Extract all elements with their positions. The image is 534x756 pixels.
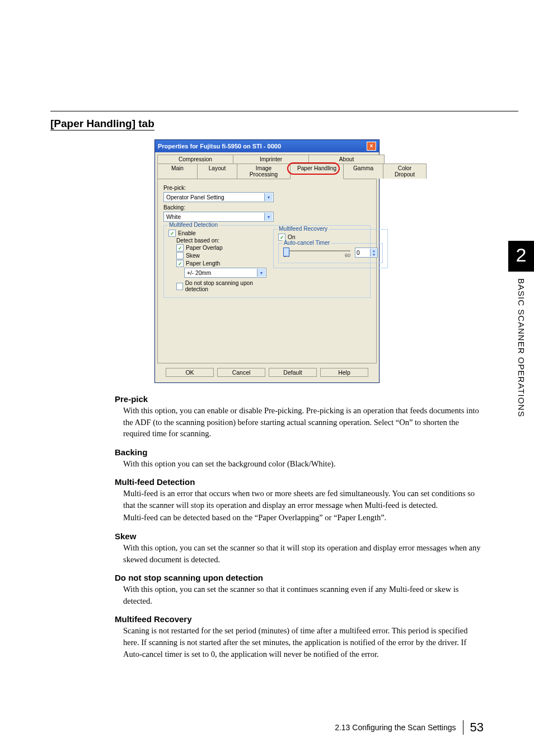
desc-skew-text: With this option, you can set the scanne…	[123, 542, 484, 565]
enable-checkbox-row[interactable]: ✓ Enable	[168, 230, 266, 237]
desc-backing-heading: Backing	[115, 447, 484, 457]
paper-overlap-checkbox[interactable]: ✓ Paper Overlap	[176, 244, 266, 251]
checkbox-checked-icon: ✓	[168, 230, 176, 237]
tab-paper-handling-label: Paper Handling	[297, 165, 336, 171]
page-number: 53	[470, 720, 484, 735]
donotstop-checkbox[interactable]: Do not stop scanning upon detection	[176, 280, 266, 292]
desc-backing: Backing With this option you can set the…	[123, 447, 484, 470]
ac-legend: Auto-cancel Timer	[282, 240, 331, 246]
section-title: [Paper Handling] tab	[50, 118, 154, 130]
chevron-down-icon: ▾	[264, 213, 273, 221]
backing-value: White	[166, 214, 181, 220]
backing-select[interactable]: White ▾	[163, 212, 274, 222]
paper-length-checkbox[interactable]: ✓ Paper Length	[176, 260, 266, 267]
side-tab: 2 BASIC SCANNER OPERATIONS	[508, 241, 534, 417]
slider-thumb-icon[interactable]	[283, 248, 289, 256]
autocancel-value[interactable]	[355, 250, 370, 256]
desc-prepick-text: With this option, you can enable or disa…	[123, 405, 484, 440]
checkbox-unchecked-icon	[176, 283, 183, 290]
tab-about[interactable]: About	[308, 155, 385, 164]
spin-down-icon[interactable]: ▼	[371, 253, 377, 256]
desc-multifeed-text2: Multi-feed can be detected based on the …	[123, 512, 484, 524]
prepick-select[interactable]: Operator Panel Setting ▾	[163, 192, 274, 202]
autocancel-slider[interactable]	[283, 250, 350, 251]
desc-donotstop-heading: Do not stop scanning upon detection	[115, 573, 484, 582]
spin-up-icon[interactable]: ▲	[371, 249, 377, 253]
prepick-label: Pre-pick:	[163, 185, 371, 191]
properties-dialog: Properties for Fujitsu fi-5950 on STI - …	[154, 139, 380, 383]
page-footer: 2.13 Configuring the Scan Settings 53	[50, 720, 484, 735]
desc-mfrecovery: Multifeed Recovery Scaning is not restar…	[123, 614, 484, 660]
tab-imprinter[interactable]: Imprinter	[233, 155, 309, 164]
chevron-down-icon: ▾	[264, 193, 273, 201]
chapter-label: BASIC SCANNER OPERATIONS	[517, 278, 526, 417]
dialog-title: Properties for Fujitsu fi-5950 on STI - …	[158, 143, 281, 150]
close-icon[interactable]: ×	[367, 142, 376, 151]
tab-color-dropout[interactable]: Color Dropout	[383, 164, 427, 179]
skew-checkbox[interactable]: Skew	[176, 252, 266, 259]
desc-skew-heading: Skew	[115, 531, 484, 541]
detect-based-on-label: Detect based on:	[176, 237, 266, 244]
help-button[interactable]: Help	[320, 368, 368, 377]
desc-prepick-heading: Pre-pick	[115, 394, 484, 404]
multifeed-detection-group: Multifeed Detection ✓ Enable Detect base…	[163, 225, 371, 298]
tab-layout[interactable]: Layout	[197, 164, 237, 179]
footer-text: 2.13 Configuring the Scan Settings	[335, 723, 456, 732]
prepick-value: Operator Panel Setting	[166, 194, 224, 200]
desc-multifeed-text1: Multi-feed is an error that occurs when …	[123, 488, 484, 511]
desc-prepick: Pre-pick With this option, you can enabl…	[123, 394, 484, 440]
ac-max-label: 60	[345, 253, 350, 258]
paper-length-value: +/- 20mm	[187, 270, 211, 276]
multifeed-recovery-group: Multifeed Recovery ✓ On Auto-cancel Time…	[273, 229, 388, 268]
tab-gamma[interactable]: Gamma	[343, 164, 383, 179]
mr-legend: Multifeed Recovery	[277, 226, 329, 232]
footer-divider	[463, 720, 463, 735]
skew-label: Skew	[186, 253, 200, 259]
checkbox-checked-icon: ✓	[176, 244, 184, 251]
desc-multifeed-heading: Multi-feed Detection	[115, 477, 484, 487]
tab-image-processing[interactable]: Image Processing	[237, 164, 291, 179]
enable-label: Enable	[178, 230, 196, 236]
autocancel-group: Auto-cancel Timer Off	[278, 243, 383, 263]
desc-donotstop-text: With this option, you can set the scanne…	[123, 584, 484, 606]
desc-mfrecovery-text: Scaning is not restarted for the set per…	[123, 625, 484, 660]
desc-mfrecovery-heading: Multifeed Recovery	[115, 614, 484, 624]
backing-label: Backing:	[163, 204, 371, 211]
tab-main[interactable]: Main	[157, 164, 198, 179]
paper-length-select[interactable]: +/- 20mm ▾	[184, 268, 266, 278]
tab-compression[interactable]: Compression	[157, 155, 233, 164]
dialog-titlebar: Properties for Fujitsu fi-5950 on STI - …	[155, 140, 379, 152]
cancel-button[interactable]: Cancel	[217, 368, 265, 377]
tab-paper-handling[interactable]: Paper Handling	[290, 164, 344, 179]
default-button[interactable]: Default	[269, 368, 317, 377]
desc-multifeed: Multi-feed Detection Multi-feed is an er…	[123, 477, 484, 524]
chevron-down-icon: ▾	[257, 269, 265, 277]
checkbox-unchecked-icon	[176, 252, 184, 259]
desc-donotstop: Do not stop scanning upon detection With…	[123, 573, 484, 606]
desc-backing-text: With this option you can set the backgro…	[123, 458, 484, 470]
paper-overlap-label: Paper Overlap	[186, 245, 223, 251]
paper-length-label: Paper Length	[186, 260, 220, 267]
checkbox-checked-icon: ✓	[176, 260, 184, 267]
donotstop-label: Do not stop scanning upon detection	[185, 280, 266, 292]
ok-button[interactable]: OK	[166, 368, 214, 377]
chapter-number: 2	[508, 241, 534, 272]
multifeed-legend: Multifeed Detection	[167, 222, 219, 228]
desc-skew: Skew With this option, you can set the s…	[123, 531, 484, 565]
autocancel-input[interactable]: ▲ ▼	[355, 248, 378, 258]
